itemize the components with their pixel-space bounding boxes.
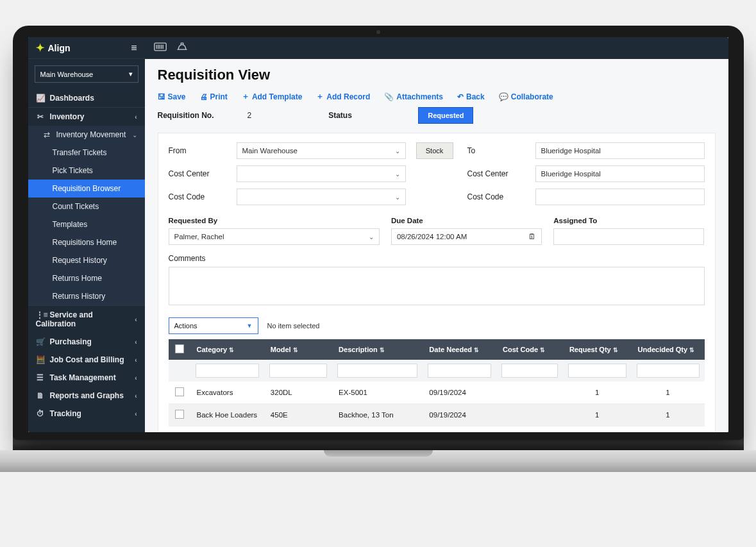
col-model[interactable]: Model⇅ xyxy=(264,339,332,360)
col-undecided-qty[interactable]: Undecided Qty⇅ xyxy=(632,339,705,360)
table-row[interactable]: Cranes HC2722 Hydraulic Crane, Boom Hois… xyxy=(169,426,705,433)
nav-purchasing[interactable]: 🛒Purchasing ‹ xyxy=(28,333,145,351)
nav-count-tickets[interactable]: Count Tickets xyxy=(28,198,145,215)
save-button[interactable]: 🖫Save xyxy=(158,91,186,102)
sort-icon: ⇅ xyxy=(380,347,385,353)
nav-label: Inventory xyxy=(50,112,85,121)
action-label: Print xyxy=(210,92,228,101)
nav-label: Task Management xyxy=(50,373,116,382)
col-request-qty[interactable]: Request Qty⇅ xyxy=(563,339,632,360)
hardhat-icon[interactable] xyxy=(176,41,189,56)
cell-date-needed: 09/19/2024 xyxy=(423,382,496,404)
sort-icon: ⇅ xyxy=(293,347,298,353)
from-select[interactable]: Main Warehouse⌄ xyxy=(237,142,406,159)
nav-inventory-movement[interactable]: ⇄Inventory Movement ⌄ xyxy=(28,126,145,144)
nav-transfer-tickets[interactable]: Transfer Tickets xyxy=(28,144,145,162)
requested-by-select[interactable]: Palmer, Rachel⌄ xyxy=(169,228,380,245)
due-date-label: Due Date xyxy=(391,217,542,224)
nav-dashboards[interactable]: 📈Dashboards xyxy=(28,89,145,107)
attachments-button[interactable]: 📎Attachments xyxy=(384,91,443,102)
from-cost-center-select[interactable]: ⌄ xyxy=(237,165,406,182)
chevron-down-icon: ⌄ xyxy=(395,171,400,178)
nav-label: Dashboards xyxy=(50,94,94,103)
nav-label: Transfer Tickets xyxy=(53,148,107,157)
nav-pick-tickets[interactable]: Pick Tickets xyxy=(28,162,145,180)
assigned-to-select[interactable] xyxy=(553,228,704,245)
collaborate-button[interactable]: 💬Collaborate xyxy=(499,91,553,102)
assigned-to-label: Assigned To xyxy=(553,217,704,224)
filter-undecided-qty[interactable] xyxy=(637,364,700,378)
col-label: Model xyxy=(271,346,291,353)
nav-tracking[interactable]: ⏱Tracking ‹ xyxy=(28,405,145,423)
filter-description[interactable] xyxy=(337,364,417,378)
to-select[interactable]: Blueridge Hospital xyxy=(535,142,705,159)
cell-category: Excavators xyxy=(190,382,264,404)
nav-label: Requisition Browser xyxy=(53,184,121,193)
col-date-needed[interactable]: Date Needed⇅ xyxy=(423,339,496,360)
req-no-value: 2 xyxy=(248,111,252,120)
calculator-icon: 🧮 xyxy=(36,355,45,364)
table-row[interactable]: Back Hoe Loaders 450E Backhoe, 13 Ton 09… xyxy=(169,404,705,426)
comments-input[interactable] xyxy=(169,267,705,305)
nav-request-history[interactable]: Request History xyxy=(28,251,145,269)
chart-icon: 📈 xyxy=(36,94,45,103)
row-checkbox[interactable] xyxy=(175,387,184,396)
to-cost-center-label: Cost Center xyxy=(467,169,525,178)
print-button[interactable]: 🖨Print xyxy=(200,91,228,102)
cell-description: Hydraulic Crane, Boom Hoist, Heavy xyxy=(332,426,423,433)
tasks-icon: ☰ xyxy=(36,373,45,382)
brand-logo: ✦ Align xyxy=(36,43,71,53)
sort-icon: ⇅ xyxy=(689,347,694,353)
chevron-left-icon: ‹ xyxy=(135,339,137,346)
chevron-down-icon: ▾ xyxy=(129,70,133,78)
col-description[interactable]: Description⇅ xyxy=(332,339,423,360)
nav-requisition-browser[interactable]: Requisition Browser xyxy=(28,180,145,198)
nav-templates[interactable]: Templates xyxy=(28,215,145,233)
nav-task-management[interactable]: ☰Task Management ‹ xyxy=(28,369,145,387)
back-button[interactable]: ↶Back xyxy=(457,91,485,102)
action-label: Collaborate xyxy=(511,92,553,101)
barcode-icon[interactable] xyxy=(154,41,167,56)
col-cost-code[interactable]: Cost Code⇅ xyxy=(496,339,563,360)
nav-reports-graphs[interactable]: 🗎Reports and Graphs ‹ xyxy=(28,387,145,405)
filter-date-needed[interactable] xyxy=(428,364,491,378)
chevron-left-icon: ‹ xyxy=(135,410,137,417)
filter-model[interactable] xyxy=(269,364,327,378)
selection-status: No item selected xyxy=(267,322,320,330)
location-select[interactable]: Main Warehouse ▾ xyxy=(35,65,139,83)
plus-icon: ＋ xyxy=(242,91,249,102)
sort-icon: ⇅ xyxy=(613,347,618,353)
table-row[interactable]: Excavators 320DL EX-5001 09/19/2024 1 1 xyxy=(169,382,705,404)
nav-label: Count Tickets xyxy=(53,202,99,211)
comments-label: Comments xyxy=(169,254,206,263)
filter-category[interactable] xyxy=(196,364,259,378)
filter-request-qty[interactable] xyxy=(568,364,626,378)
col-label: Category xyxy=(197,346,228,353)
select-all-checkbox[interactable] xyxy=(175,344,184,353)
add-template-button[interactable]: ＋Add Template xyxy=(242,91,302,102)
row-checkbox[interactable] xyxy=(175,410,184,419)
to-cost-code-select[interactable] xyxy=(535,189,705,205)
nav-returns-home[interactable]: Returns Home xyxy=(28,269,145,287)
sidebar-header: ✦ Align ≡ xyxy=(28,37,145,59)
cell-date-needed: 09/19/2024 xyxy=(423,426,496,433)
menu-toggle-icon[interactable]: ≡ xyxy=(131,42,137,54)
add-record-button[interactable]: ＋Add Record xyxy=(316,91,370,102)
nav-service-calibration[interactable]: ⋮≡Service and Calibration ‹ xyxy=(28,305,145,333)
nav-returns-history[interactable]: Returns History xyxy=(28,287,145,305)
col-category[interactable]: Category⇅ xyxy=(190,339,264,360)
action-bar: 🖫Save 🖨Print ＋Add Template ＋Add Record 📎… xyxy=(158,91,716,102)
nav-job-cost-billing[interactable]: 🧮Job Cost and Billing ‹ xyxy=(28,351,145,369)
brand-text: Align xyxy=(48,43,71,53)
requested-by-label: Requested By xyxy=(169,217,380,224)
from-cost-code-select[interactable]: ⌄ xyxy=(237,189,406,205)
nav-requisitions-home[interactable]: Requisitions Home xyxy=(28,233,145,251)
actions-dropdown[interactable]: Actions ▼ xyxy=(169,317,258,334)
nav-label: Purchasing xyxy=(50,337,92,346)
filter-cost-code[interactable] xyxy=(501,364,558,378)
stock-button[interactable]: Stock xyxy=(416,142,453,159)
nav-inventory[interactable]: ✂Inventory ‹ xyxy=(28,107,145,126)
due-date-input[interactable]: 08/26/2024 12:00 AM🗓 xyxy=(391,228,542,245)
to-cost-center-select[interactable]: Blueridge Hospital xyxy=(535,165,705,182)
page-title: Requisition View xyxy=(158,67,716,83)
